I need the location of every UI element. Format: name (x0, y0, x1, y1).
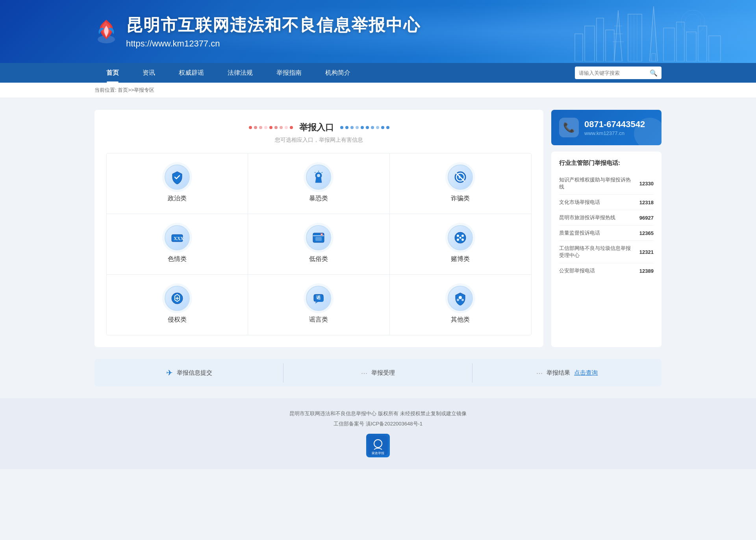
report-cell-vulgar[interactable]: 低俗类 (248, 214, 389, 275)
hotline-number-5: 12389 (639, 268, 654, 274)
hotline-name-3: 质量监督投诉电话 (559, 229, 636, 237)
result-icon: ··· (536, 368, 543, 377)
step-result-label: 举报结果 (547, 369, 570, 377)
phone-info: 0871-67443542 www.km12377.cn (584, 119, 645, 136)
section-title-text: 举报入口 (299, 122, 334, 133)
svg-line-38 (321, 234, 322, 235)
svg-rect-9 (628, 14, 642, 61)
report-cell-gambling[interactable]: 赌博类 (390, 214, 531, 275)
main-content: 举报入口 您可选相应入口，举报网上有害信息 (0, 98, 756, 359)
svg-point-27 (455, 172, 466, 183)
phone-url: www.km12377.cn (584, 130, 645, 136)
footer: 昆明市互联网违法和不良信息举报中心 版权所有 未经授权禁止复制或建立镜像 工信部… (0, 398, 756, 469)
step-result-link[interactable]: 点击查询 (574, 369, 598, 377)
phone-card: 📞 0871-67443542 www.km12377.cn (551, 110, 662, 145)
gambling-icon (448, 225, 473, 250)
svg-point-50 (459, 296, 462, 299)
svg-rect-3 (597, 18, 604, 61)
header: 昆明市互联网违法和不良信息举报中心 https://www.km12377.cn (0, 0, 756, 63)
infringement-icon (165, 286, 190, 311)
hotline-row-3: 质量监督投诉电话 12365 (559, 226, 654, 241)
nav-item-rumor[interactable]: 权威辟谣 (167, 63, 216, 83)
report-cell-fraud[interactable]: ¥ 诈骗类 (390, 153, 531, 214)
breadcrumb: 当前位置: 首页>>举报专区 (0, 83, 756, 98)
dots-decoration-right (340, 126, 389, 129)
report-cell-political[interactable]: 政治类 (107, 153, 248, 214)
svg-point-42 (457, 239, 459, 241)
nav-item-about[interactable]: 机构简介 (313, 63, 362, 83)
hotline-row-5: 公安部举报电话 12389 (559, 263, 654, 278)
svg-rect-4 (606, 30, 614, 61)
report-cell-rumor[interactable]: 谣 谣言类 (248, 275, 389, 335)
footer-copyright: 昆明市互联网违法和不良信息举报中心 版权所有 未经授权禁止复制或建立镜像 (0, 410, 756, 417)
search-input[interactable] (575, 70, 646, 76)
dots-decoration-left (249, 126, 293, 129)
svg-rect-31 (172, 235, 183, 242)
hotline-row-4: 工信部网络不良与垃圾信息举报受理中心 12321 (559, 241, 654, 263)
hotline-row-0: 知识产权维权援助与举报投诉热线 12330 (559, 172, 654, 195)
site-url: https://www.km12377.cn (126, 39, 421, 49)
report-grid: 政治类 暴恐类 (106, 153, 532, 335)
svg-point-51 (457, 299, 459, 301)
vulgar-label: 低俗类 (309, 255, 328, 263)
hotline-panel: 行业主管部门举报电话: 知识产权维权援助与举报投诉热线 12330 文化市场举报… (551, 152, 662, 347)
gambling-label: 赌博类 (451, 255, 470, 263)
report-cell-porn[interactable]: XXX 色情类 (107, 214, 248, 275)
hotline-row-2: 昆明市旅游投诉举报热线 96927 (559, 210, 654, 226)
political-label: 政治类 (168, 194, 187, 203)
rumor-icon: 谣 (306, 286, 331, 311)
step-result: ··· 举报结果 点击查询 (472, 359, 662, 387)
nav-item-guide[interactable]: 举报指南 (265, 63, 313, 83)
porn-label: 色情类 (168, 255, 187, 263)
hotline-number-4: 12321 (639, 249, 654, 255)
svg-text:家政举报: 家政举报 (372, 451, 384, 455)
svg-text:XXX: XXX (174, 236, 184, 241)
footer-badge: 家政举报 (366, 434, 390, 457)
report-cell-other[interactable]: 其他类 (390, 275, 531, 335)
svg-point-44 (460, 237, 461, 239)
nav-item-law[interactable]: 法律法规 (216, 63, 265, 83)
report-cell-infringement[interactable]: 侵权类 (107, 275, 248, 335)
svg-rect-15 (663, 28, 674, 61)
nav-item-home[interactable]: 首页 (94, 63, 131, 83)
svg-point-52 (461, 299, 464, 301)
fraud-label: 诈骗类 (451, 194, 470, 203)
svg-point-36 (321, 233, 323, 236)
vulgar-icon (306, 225, 331, 250)
section-title: 举报入口 (106, 122, 532, 133)
step-accept-label: 举报受理 (371, 369, 395, 377)
site-logo (94, 18, 118, 45)
breadcrumb-text: 当前位置: 首页>>举报专区 (94, 87, 154, 93)
svg-rect-1 (575, 34, 583, 61)
svg-rect-17 (686, 32, 696, 61)
svg-line-25 (315, 172, 316, 173)
hotline-name-1: 文化市场举报电话 (559, 199, 636, 206)
svg-point-45 (172, 293, 183, 304)
nav-item-news[interactable]: 资讯 (131, 63, 167, 83)
svg-text:谣: 谣 (316, 295, 321, 300)
rumor-label: 谣言类 (309, 316, 328, 324)
cityscape-decoration (567, 6, 724, 63)
svg-rect-48 (314, 294, 323, 301)
accept-icon: ··· (361, 368, 368, 377)
svg-rect-2 (585, 26, 595, 61)
svg-line-26 (322, 172, 322, 173)
svg-line-37 (321, 234, 322, 235)
terror-label: 暴恐类 (309, 194, 328, 203)
terror-icon (306, 165, 331, 190)
hotline-name-4: 工信部网络不良与垃圾信息举报受理中心 (559, 245, 636, 259)
svg-line-28 (456, 173, 464, 181)
search-button[interactable]: 🔍 (646, 69, 662, 77)
fraud-icon: ¥ (448, 165, 473, 190)
svg-point-40 (457, 235, 459, 237)
hotline-name-2: 昆明市旅游投诉举报热线 (559, 214, 636, 221)
report-cell-terror[interactable]: 暴恐类 (248, 153, 389, 214)
section-subtitle: 您可选相应入口，举报网上有害信息 (106, 137, 532, 144)
header-text-block: 昆明市互联网违法和不良信息举报中心 https://www.km12377.cn (126, 14, 421, 49)
steps-bar: ✈ 举报信息提交 ··· 举报受理 ··· 举报结果 点击查询 (94, 359, 662, 387)
hotline-title: 行业主管部门举报电话: (559, 159, 654, 167)
svg-point-29 (456, 173, 464, 181)
submit-icon: ✈ (166, 368, 173, 377)
hotline-name-5: 公安部举报电话 (559, 267, 636, 274)
svg-point-21 (685, 14, 701, 30)
